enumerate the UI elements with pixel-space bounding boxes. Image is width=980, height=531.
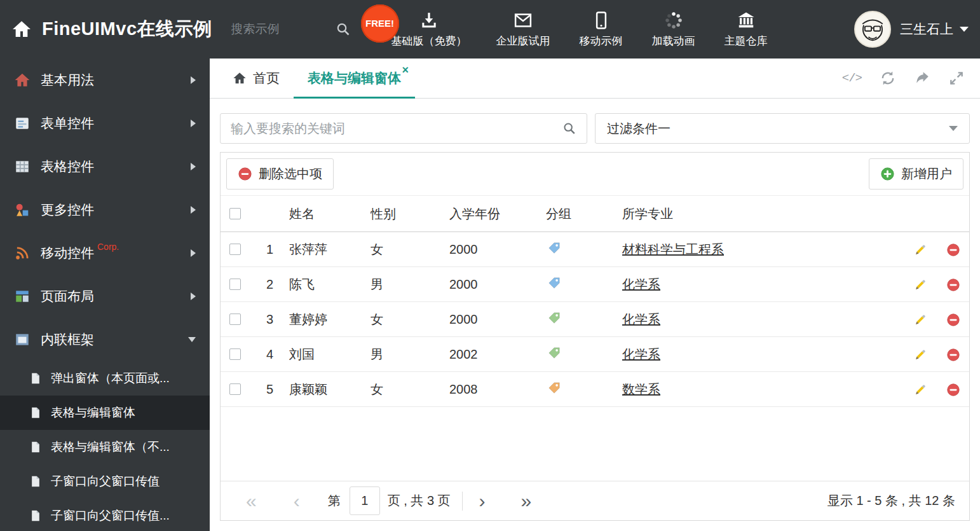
row-checkbox[interactable] — [229, 244, 241, 255]
filter-row: 过滤条件一 — [210, 99, 980, 144]
sidebar-item-label: 移动控件 — [41, 244, 94, 262]
edit-pencil-icon[interactable] — [913, 278, 927, 292]
grid-toolbar: 删除选中项 新增用户 — [221, 153, 969, 195]
grid-search-input[interactable] — [231, 121, 562, 136]
prev-page-icon[interactable]: ‹ — [294, 492, 300, 511]
forward-icon[interactable] — [914, 70, 930, 86]
major-link[interactable]: 材料科学与工程系 — [622, 242, 724, 256]
major-link[interactable]: 数学系 — [622, 382, 660, 396]
delete-row-icon[interactable] — [946, 243, 960, 257]
file-icon — [29, 475, 42, 488]
cell-year: 2008 — [449, 372, 546, 407]
search-icon[interactable] — [562, 121, 576, 135]
refresh-icon[interactable] — [880, 70, 896, 86]
header-nav: FREE! 基础版（免费） 企业版试用 移动示例 加载动画 主题仓库 — [391, 11, 768, 48]
search-icon[interactable] — [336, 22, 351, 37]
pager-summary: 显示 1 - 5 条 , 共 12 条 — [827, 492, 955, 509]
students-table: 姓名 性别 入学年份 分组 所学专业 1 张萍萍 女 2000 材料科学与工程系 — [221, 195, 969, 407]
edit-pencil-icon[interactable] — [913, 383, 927, 397]
sidebar-subitem-grid-edit-window-2[interactable]: 表格与编辑窗体（不... — [0, 430, 210, 464]
tag-icon — [547, 311, 561, 325]
add-user-button[interactable]: 新增用户 — [869, 158, 963, 190]
tab-label: 首页 — [253, 69, 280, 87]
delete-row-icon[interactable] — [946, 348, 960, 362]
tab-grid-edit-window[interactable]: 表格与编辑窗体 × — [294, 59, 415, 98]
sidebar-subitem-child-to-parent[interactable]: 子窗口向父窗口传值 — [0, 464, 210, 499]
close-icon[interactable]: × — [402, 64, 409, 76]
row-checkbox[interactable] — [229, 314, 241, 325]
sidebar-item-mobile-controls[interactable]: 移动控件 Corp. — [0, 231, 210, 275]
cell-gender: 女 — [371, 372, 449, 407]
nav-theme-store[interactable]: 主题仓库 — [725, 11, 768, 48]
header-search-input[interactable] — [231, 22, 327, 36]
cell-gender: 男 — [371, 267, 449, 302]
col-gender: 性别 — [371, 196, 449, 232]
next-page-icon[interactable]: › — [479, 492, 486, 511]
tag-icon — [547, 346, 561, 360]
first-page-icon[interactable]: « — [246, 492, 257, 511]
sidebar-item-label: 基本用法 — [41, 71, 94, 89]
pager-page-input[interactable] — [350, 486, 380, 515]
user-menu[interactable]: 三生石上 — [854, 11, 969, 48]
sidebar-subitem-grid-edit-window[interactable]: 表格与编辑窗体 — [0, 396, 210, 430]
sidebar-item-label: 页面布局 — [41, 287, 94, 305]
last-page-icon[interactable]: » — [521, 492, 532, 511]
filter-dropdown[interactable]: 过滤条件一 — [595, 113, 970, 144]
main-area: 首页 表格与编辑窗体 × </> 过滤条件一 删除选中项 — [210, 59, 980, 531]
avatar — [854, 11, 891, 48]
layout-icon — [14, 288, 31, 305]
nav-basic-free[interactable]: FREE! 基础版（免费） — [391, 11, 467, 48]
sidebar-item-grid-controls[interactable]: 表格控件 — [0, 145, 210, 188]
major-link[interactable]: 化学系 — [622, 277, 660, 291]
major-link[interactable]: 化学系 — [622, 312, 660, 326]
delete-selected-button[interactable]: 删除选中项 — [226, 158, 334, 190]
tab-label: 表格与编辑窗体 — [308, 69, 401, 87]
cell-name: 董婷婷 — [289, 302, 371, 337]
sidebar-item-more-controls[interactable]: 更多控件 — [0, 188, 210, 231]
nav-mobile-demo[interactable]: 移动示例 — [580, 11, 623, 48]
cell-gender: 女 — [371, 232, 449, 267]
row-checkbox[interactable] — [229, 383, 241, 395]
edit-pencil-icon[interactable] — [913, 243, 927, 257]
chevron-down-icon — [949, 126, 958, 131]
chevron-right-icon — [191, 120, 196, 127]
chevron-right-icon — [191, 249, 196, 257]
sidebar-item-label: 表格控件 — [41, 158, 94, 176]
row-checkbox[interactable] — [229, 279, 241, 290]
row-checkbox[interactable] — [229, 348, 241, 360]
sidebar-item-basic-usage[interactable]: 基本用法 — [0, 59, 210, 102]
nav-enterprise-trial[interactable]: 企业版试用 — [496, 11, 550, 48]
source-code-icon[interactable]: </> — [842, 70, 862, 86]
sidebar-subitem-child-to-parent-2[interactable]: 子窗口向父窗口传值... — [0, 499, 210, 531]
tab-home[interactable]: 首页 — [219, 59, 294, 98]
tag-icon — [547, 276, 561, 290]
major-link[interactable]: 化学系 — [622, 347, 660, 361]
bank-icon — [737, 11, 756, 30]
delete-row-icon[interactable] — [946, 313, 960, 327]
widgets-icon — [14, 202, 31, 218]
file-icon — [29, 406, 42, 419]
delete-row-icon[interactable] — [946, 383, 960, 397]
spinner-icon — [664, 11, 683, 30]
table-row: 2 陈飞 男 2000 化学系 — [221, 267, 969, 302]
sidebar-item-form-controls[interactable]: 表单控件 — [0, 102, 210, 145]
edit-pencil-icon[interactable] — [913, 348, 927, 362]
table-icon — [14, 158, 31, 175]
avatar-face — [855, 12, 890, 46]
plus-circle-icon — [880, 167, 895, 181]
tab-bar: 首页 表格与编辑窗体 × </> — [210, 59, 980, 99]
delete-row-icon[interactable] — [946, 278, 960, 292]
pagination: « ‹ 第 页 , 共 3 页 › » 显示 1 - 5 条 , 共 12 条 — [221, 481, 969, 520]
fullscreen-icon[interactable] — [948, 70, 965, 86]
divider — [462, 492, 463, 511]
sidebar-subitem-popup-window[interactable]: 弹出窗体（本页面或... — [0, 361, 210, 396]
table-row: 5 康颖颖 女 2008 数学系 — [221, 372, 969, 407]
table-row: 4 刘国 男 2002 化学系 — [221, 337, 969, 372]
select-all-checkbox[interactable] — [229, 208, 241, 219]
sidebar-item-iframe[interactable]: 内联框架 — [0, 318, 210, 361]
sidebar-item-page-layout[interactable]: 页面布局 — [0, 275, 210, 318]
edit-pencil-icon[interactable] — [913, 313, 927, 327]
sidebar-item-label: 更多控件 — [41, 201, 94, 219]
nav-loading-animation[interactable]: 加载动画 — [652, 11, 695, 48]
app-home-icon[interactable] — [11, 19, 32, 39]
